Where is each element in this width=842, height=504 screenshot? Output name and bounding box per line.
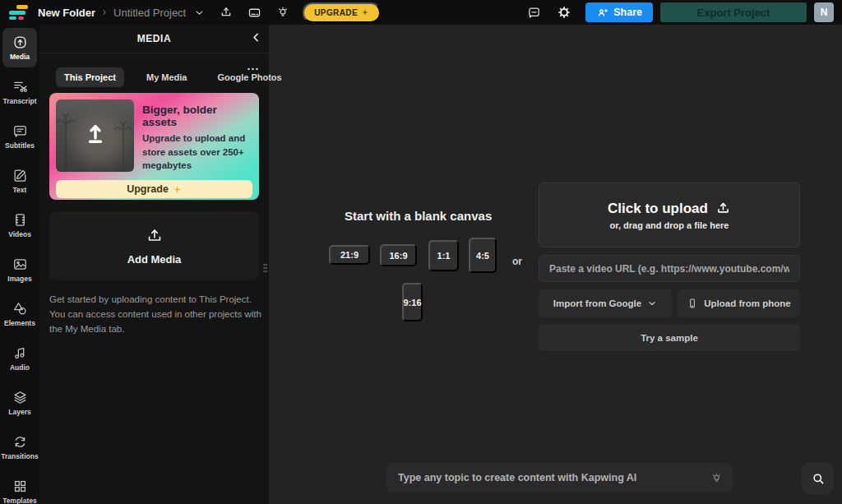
stacked-layers-icon	[12, 390, 28, 405]
sidebar-item-label: Media	[10, 53, 30, 61]
kapwing-logo-icon[interactable]	[8, 4, 30, 21]
import-from-google-button[interactable]: Import from Google	[539, 289, 672, 317]
search-icon	[811, 471, 826, 486]
sidebar-item-label: Text	[13, 186, 27, 194]
upgrade-banner-thumbnail	[56, 99, 134, 172]
sidebar-item-text[interactable]: Text	[2, 161, 37, 201]
sparkle-icon	[361, 8, 369, 16]
sidebar-item-label: Subtitles	[5, 141, 35, 150]
sidebar-item-label: Elements	[4, 319, 35, 327]
film-strip-icon	[12, 212, 28, 228]
upload-tray-icon	[715, 201, 731, 216]
sidebar-item-layers[interactable]: Layers	[2, 383, 37, 423]
upload-media-icon	[12, 35, 28, 50]
panel-resize-handle[interactable]	[263, 261, 267, 276]
left-toolbar: Media Transcript Subtitles Text Videos	[0, 25, 39, 504]
music-note-icon	[12, 345, 28, 361]
sidebar-item-images[interactable]: Images	[2, 250, 37, 289]
cycle-arrows-icon	[12, 434, 28, 450]
aspect-ratio-9-16-button[interactable]: 9:16	[402, 283, 423, 321]
upload-tray-icon	[146, 227, 164, 248]
kapwing-ai-bar	[386, 463, 733, 492]
blank-canvas-heading: Start with a blank canvas	[345, 209, 492, 223]
sidebar-item-transitions[interactable]: Transitions	[2, 428, 37, 467]
sidebar-item-label: Templates	[2, 497, 36, 504]
media-panel-header: MEDIA	[39, 25, 269, 53]
collapse-panel-chevron-left-icon[interactable]	[250, 31, 262, 47]
sidebar-item-label: Layers	[8, 408, 30, 416]
try-a-sample-button[interactable]: Try a sample	[539, 324, 800, 351]
lightbulb-idea-icon[interactable]	[710, 472, 723, 484]
sidebar-item-label: Transitions	[1, 452, 38, 460]
transcript-scissors-icon	[12, 79, 28, 95]
upload-arrow-icon	[81, 120, 109, 151]
upgrade-button[interactable]: UPGRADE	[303, 2, 381, 23]
tab-this-project[interactable]: This Project	[56, 67, 124, 87]
sidebar-item-transcript[interactable]: Transcript	[2, 72, 37, 112]
video-url-input[interactable]	[539, 255, 800, 282]
main-canvas-area: Start with a blank canvas 21:9 16:9 1:1 …	[269, 25, 842, 504]
project-menu-chevron-down-icon[interactable]	[194, 7, 205, 18]
top-header-bar: New Folder Untitled Project UPGRADE	[0, 0, 842, 25]
upload-from-phone-button[interactable]: Upload from phone	[678, 289, 800, 317]
media-panel: MEDIA This Project My Media Google Photo…	[39, 25, 269, 504]
sidebar-item-elements[interactable]: Elements	[2, 294, 37, 334]
media-panel-title: MEDIA	[137, 33, 172, 44]
banner-body: Upgrade to upload and store assets over …	[142, 132, 251, 173]
sparkle-icon	[173, 185, 182, 194]
sidebar-item-label: Videos	[8, 230, 31, 238]
aspect-ratio-1-1-button[interactable]: 1:1	[428, 240, 459, 271]
upgrade-button-label: UPGRADE	[314, 8, 358, 17]
upload-phone-label: Upload from phone	[704, 298, 790, 308]
sidebar-item-label: Transcript	[2, 97, 36, 105]
upload-options-panel: Click to upload or, drag and drop a file…	[539, 183, 800, 351]
picture-icon	[12, 257, 28, 272]
comments-icon[interactable]	[527, 6, 541, 20]
edit-pencil-icon	[12, 168, 28, 183]
captions-icon[interactable]	[248, 6, 261, 20]
grid-icon	[12, 479, 28, 494]
aspect-ratio-4-5-button[interactable]: 4:5	[469, 238, 497, 273]
kapwing-editor: New Folder Untitled Project UPGRADE	[0, 0, 842, 504]
banner-upgrade-button[interactable]: Upgrade	[56, 180, 252, 198]
upload-subtitle: or, drag and drop a file here	[610, 220, 729, 230]
chevron-right-icon	[100, 8, 109, 16]
ai-topic-input[interactable]	[386, 472, 710, 483]
breadcrumb-folder[interactable]: New Folder	[38, 7, 95, 19]
sidebar-item-label: Images	[7, 275, 31, 283]
share-button[interactable]: Share	[585, 2, 653, 22]
breadcrumb-project-title[interactable]: Untitled Project	[113, 7, 186, 19]
banner-upgrade-label: Upgrade	[127, 183, 169, 195]
banner-title: Bigger, bolder assets	[142, 104, 252, 128]
aspect-ratio-21-9-button[interactable]: 21:9	[329, 245, 370, 265]
media-panel-description: Get started by uploading content to This…	[49, 293, 261, 336]
lightbulb-tips-icon[interactable]	[276, 6, 289, 19]
upgrade-banner[interactable]: Bigger, bolder assets Upgrade to upload …	[49, 93, 259, 200]
share-person-plus-icon	[596, 7, 608, 19]
shapes-icon	[12, 301, 28, 317]
export-project-button[interactable]: Export Project	[660, 2, 807, 22]
aspect-ratio-16-9-button[interactable]: 16:9	[380, 244, 417, 266]
search-button[interactable]	[802, 462, 834, 494]
sidebar-item-media[interactable]: Media	[2, 28, 37, 67]
sidebar-item-videos[interactable]: Videos	[2, 206, 37, 245]
chevron-down-icon	[647, 298, 657, 308]
media-tabs: This Project My Media Google Photos	[56, 67, 290, 87]
sidebar-item-audio[interactable]: Audio	[2, 339, 37, 378]
upload-title: Click to upload	[608, 201, 708, 217]
import-google-label: Import from Google	[553, 298, 641, 308]
share-button-label: Share	[613, 7, 642, 18]
user-avatar[interactable]: N	[814, 2, 834, 22]
sidebar-item-templates[interactable]: Templates	[2, 472, 37, 504]
phone-icon	[687, 298, 698, 309]
tab-google-photos[interactable]: Google Photos	[209, 67, 289, 87]
export-upload-icon[interactable]	[220, 6, 233, 19]
click-to-upload-dropzone[interactable]: Click to upload or, drag and drop a file…	[539, 183, 800, 247]
sidebar-item-subtitles[interactable]: Subtitles	[2, 117, 37, 156]
tab-my-media[interactable]: My Media	[138, 67, 196, 87]
sidebar-item-label: Audio	[10, 363, 30, 372]
add-media-dropzone[interactable]: Add Media	[49, 211, 259, 280]
add-media-label: Add Media	[127, 253, 182, 266]
settings-gear-icon[interactable]	[557, 6, 571, 19]
or-separator: or	[512, 256, 522, 267]
